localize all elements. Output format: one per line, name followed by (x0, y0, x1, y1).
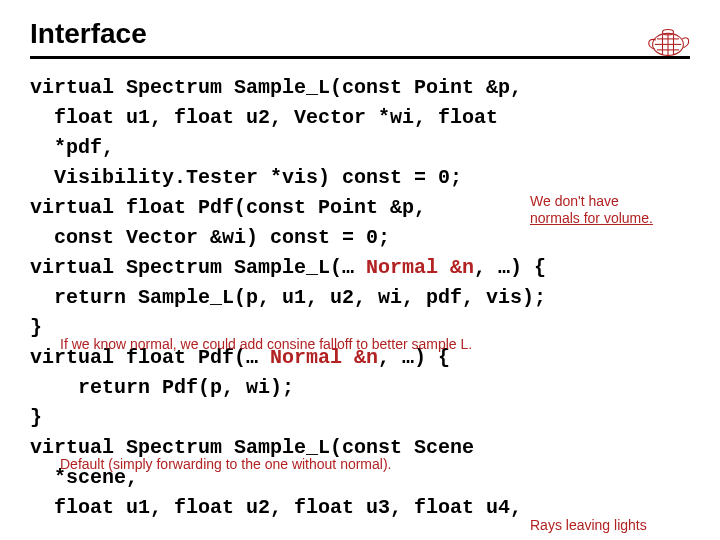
code-line: } (30, 406, 42, 429)
code-line: virtual float Pdf(const Point &p, (30, 196, 426, 219)
annotation-cosine-falloff: If we know normal, we could add consine … (60, 336, 690, 353)
annotation-default-forward: Default (simply forwarding to the one wi… (60, 456, 680, 473)
code-line: const Vector &wi) const = 0; (30, 226, 390, 249)
code-line: float u1, float u2, Vector *wi, float (30, 106, 498, 129)
code-line: float u1, float u2, float u3, float u4, (30, 496, 522, 519)
code-line: *pdf, (30, 136, 114, 159)
teapot-logo (638, 18, 698, 62)
annotation-no-normals: We don't have normals for volume. (530, 193, 700, 227)
annotation-rays-leaving: Rays leaving lights (530, 517, 700, 534)
code-line: Visibility.Tester *vis) const = 0; (30, 166, 462, 189)
slide-title: Interface (30, 18, 690, 50)
code-line: virtual Spectrum Sample_L(const Point &p… (30, 76, 522, 99)
code-line: return Pdf(p, wi); (30, 376, 294, 399)
code-line: return Sample_L(p, u1, u2, wi, pdf, vis)… (30, 286, 546, 309)
code-line: } (30, 316, 42, 339)
